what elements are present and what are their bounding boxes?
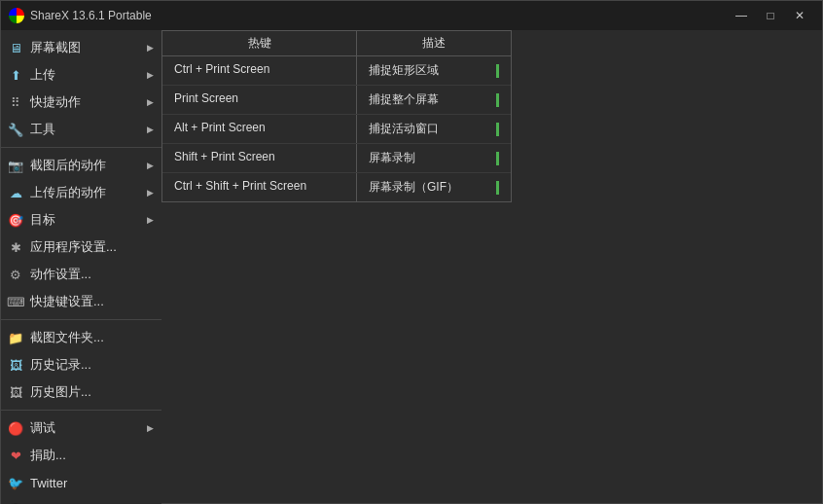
submenu-hotkey-2: Alt + Print Screen [162, 115, 357, 143]
sidebar-item-label-quickactions: 快捷动作 [30, 93, 141, 111]
after-capture-icon: 📷 [7, 157, 24, 174]
action-settings-icon: ⚙ [7, 266, 24, 283]
sidebar-item-label-app-settings: 应用程序设置... [30, 238, 154, 256]
menu-separator-4 [1, 147, 161, 148]
app-settings-icon: ✱ [7, 238, 24, 256]
twitter-icon: 🐦 [7, 474, 24, 491]
menu-separator-15 [1, 410, 161, 411]
submenu-desc-3: 屏幕录制 [357, 144, 511, 172]
sidebar-item-hotkey-settings[interactable]: ⌨快捷键设置... [1, 288, 161, 315]
sidebar: 🖥屏幕截图▶⬆上传▶⠿快捷动作▶🔧工具▶📷截图后的动作▶☁上传后的动作▶🎯目标▶… [1, 30, 161, 504]
submenu-active-bar-2 [496, 123, 499, 136]
sidebar-item-image-history[interactable]: 🖼历史图片... [1, 378, 161, 406]
submenu-desc-text-2: 捕捉活动窗口 [369, 121, 439, 137]
submenu-desc-text-0: 捕捉矩形区域 [369, 62, 439, 79]
submenu-desc-text-4: 屏幕录制（GIF） [369, 179, 458, 196]
submenu-row-1[interactable]: Print Screen捕捉整个屏幕 [162, 86, 511, 115]
sidebar-item-action-settings[interactable]: ⚙动作设置... [1, 261, 161, 288]
sidebar-item-donate[interactable]: ❤捐助... [1, 442, 161, 469]
submenu-active-bar-4 [496, 181, 499, 195]
minimize-button[interactable]: — [727, 5, 756, 26]
sidebar-item-history[interactable]: 🖼历史记录... [1, 351, 161, 378]
submenu-active-bar-1 [496, 93, 499, 107]
sidebar-item-label-upload: 上传 [30, 66, 141, 84]
sidebar-item-upload[interactable]: ⬆上传▶ [1, 61, 161, 89]
arrow-icon-debug: ▶ [147, 423, 154, 433]
sidebar-item-label-tools: 工具 [30, 121, 141, 138]
app-icon [9, 8, 24, 23]
image-history-icon: 🖼 [7, 383, 24, 401]
submenu-hotkey-4: Ctrl + Shift + Print Screen [162, 173, 357, 201]
sidebar-item-after-upload[interactable]: ☁上传后的动作▶ [1, 179, 161, 206]
submenu-row-4[interactable]: Ctrl + Shift + Print Screen屏幕录制（GIF） [162, 173, 511, 201]
screenshot-folder-icon: 📁 [7, 329, 24, 346]
arrow-icon-after-capture: ▶ [147, 161, 154, 170]
arrow-icon-quickactions: ▶ [147, 97, 154, 107]
sidebar-item-label-hotkey-settings: 快捷键设置... [30, 293, 154, 310]
sidebar-item-screenshot-folder[interactable]: 📁截图文件夹... [1, 324, 161, 351]
submenu-desc-0: 捕捉矩形区域 [357, 56, 511, 85]
submenu-desc-4: 屏幕录制（GIF） [357, 173, 511, 201]
after-upload-icon: ☁ [7, 184, 24, 201]
submenu-desc-1: 捕捉整个屏幕 [357, 86, 511, 114]
title-bar-left: ShareX 13.6.1 Portable [9, 8, 152, 23]
main-window: ShareX 13.6.1 Portable — □ ✕ 🖥屏幕截图▶⬆上传▶⠿… [0, 0, 823, 504]
menu-separator-11 [1, 319, 161, 320]
window-title: ShareX 13.6.1 Portable [30, 9, 152, 22]
submenu-row-2[interactable]: Alt + Print Screen捕捉活动窗口 [162, 115, 511, 144]
sidebar-item-app-settings[interactable]: ✱应用程序设置... [1, 234, 161, 261]
tools-icon: 🔧 [7, 121, 24, 138]
maximize-button[interactable]: □ [756, 5, 785, 26]
sidebar-item-twitter[interactable]: 🐦Twitter [1, 469, 161, 496]
submenu-hotkey-header: 热键 [162, 31, 357, 55]
submenu-hotkey-1: Print Screen [162, 86, 357, 114]
debug-icon: 🔴 [7, 419, 24, 437]
submenu-hotkey-0: Ctrl + Print Screen [162, 56, 357, 85]
hotkey-settings-icon: ⌨ [7, 293, 24, 310]
close-button[interactable]: ✕ [785, 5, 814, 26]
submenu-popup: 热键 描述 Ctrl + Print Screen捕捉矩形区域Print Scr… [161, 30, 512, 202]
submenu-active-bar-0 [496, 64, 499, 78]
screenshot-icon: 🖥 [7, 39, 24, 56]
title-bar: ShareX 13.6.1 Portable — □ ✕ [1, 1, 822, 30]
sidebar-item-label-screenshot-folder: 截图文件夹... [30, 329, 154, 346]
submenu-desc-header: 描述 [357, 31, 511, 55]
sidebar-item-tools[interactable]: 🔧工具▶ [1, 116, 161, 143]
sidebar-item-screenshot[interactable]: 🖥屏幕截图▶ [1, 34, 161, 61]
upload-icon: ⬆ [7, 66, 24, 84]
sidebar-item-discord[interactable]: 💬Discord [1, 496, 161, 504]
arrow-icon-screenshot: ▶ [147, 43, 154, 53]
sidebar-item-label-twitter: Twitter [30, 476, 154, 490]
arrow-icon-target: ▶ [147, 215, 154, 225]
sidebar-item-label-after-upload: 上传后的动作 [30, 184, 141, 201]
submenu-row-3[interactable]: Shift + Print Screen屏幕录制 [162, 144, 511, 173]
sidebar-item-label-screenshot: 屏幕截图 [30, 39, 141, 56]
submenu-row-0[interactable]: Ctrl + Print Screen捕捉矩形区域 [162, 56, 511, 86]
submenu-desc-text-1: 捕捉整个屏幕 [369, 91, 439, 108]
submenu-header: 热键 描述 [162, 31, 511, 56]
donate-icon: ❤ [7, 447, 24, 464]
arrow-icon-after-upload: ▶ [147, 188, 154, 198]
window-controls: — □ ✕ [727, 5, 814, 26]
arrow-icon-upload: ▶ [147, 70, 154, 80]
sidebar-item-debug[interactable]: 🔴调试▶ [1, 414, 161, 442]
arrow-icon-tools: ▶ [147, 125, 154, 134]
target-icon: 🎯 [7, 211, 24, 229]
sidebar-item-label-action-settings: 动作设置... [30, 266, 154, 283]
history-icon: 🖼 [7, 356, 24, 374]
submenu-desc-2: 捕捉活动窗口 [357, 115, 511, 143]
submenu-hotkey-3: Shift + Print Screen [162, 144, 357, 172]
sidebar-item-label-after-capture: 截图后的动作 [30, 157, 141, 174]
submenu-desc-text-3: 屏幕录制 [369, 150, 415, 166]
sidebar-item-quickactions[interactable]: ⠿快捷动作▶ [1, 89, 161, 116]
sidebar-item-label-debug: 调试 [30, 419, 141, 437]
sidebar-item-label-history: 历史记录... [30, 356, 154, 374]
sidebar-item-target[interactable]: 🎯目标▶ [1, 206, 161, 234]
quickactions-icon: ⠿ [7, 93, 24, 111]
submenu-active-bar-3 [496, 152, 499, 165]
sidebar-item-label-image-history: 历史图片... [30, 383, 154, 401]
sidebar-item-label-target: 目标 [30, 211, 141, 229]
sidebar-item-after-capture[interactable]: 📷截图后的动作▶ [1, 152, 161, 179]
sidebar-item-label-donate: 捐助... [30, 447, 154, 464]
main-content: 🖥屏幕截图▶⬆上传▶⠿快捷动作▶🔧工具▶📷截图后的动作▶☁上传后的动作▶🎯目标▶… [1, 30, 822, 504]
